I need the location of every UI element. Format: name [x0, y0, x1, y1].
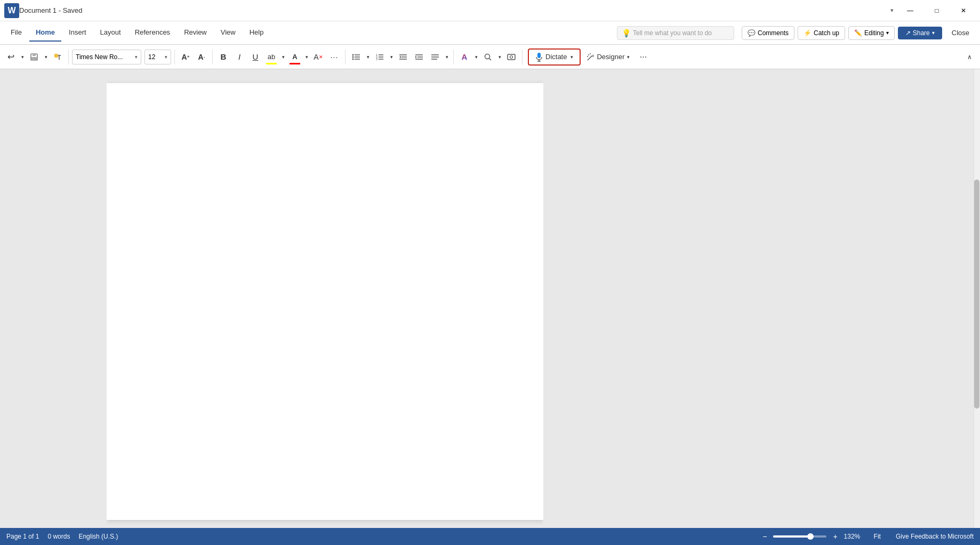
numbered-list-dropdown[interactable]: ▾: [388, 48, 395, 66]
text-effects-button[interactable]: A: [457, 48, 472, 66]
minimize-button[interactable]: —: [898, 2, 922, 19]
underline-button[interactable]: U: [248, 48, 263, 66]
svg-rect-1: [33, 54, 36, 56]
increase-indent-icon: [415, 53, 423, 61]
ribbon-close-button[interactable]: Close: [945, 26, 976, 39]
title-bar: W Document 1 - Saved ▾ — □ ✕: [0, 0, 980, 21]
zoom-slider-fill: [773, 535, 810, 538]
undo-button[interactable]: ↩: [3, 48, 18, 66]
svg-point-8: [352, 56, 354, 58]
more-formatting-button[interactable]: ···: [327, 48, 342, 66]
ribbon-tab-bar: File Home Insert Layout References Revie…: [0, 21, 980, 45]
paragraph-dropdown[interactable]: ▾: [444, 48, 450, 66]
tab-file[interactable]: File: [4, 24, 28, 42]
share-button[interactable]: ↗ Share ▾: [898, 27, 942, 39]
tab-review[interactable]: Review: [178, 24, 213, 42]
highlight-button[interactable]: ab: [264, 48, 279, 66]
save-icon: [30, 53, 38, 61]
shrink-font-button[interactable]: A-: [194, 48, 209, 66]
vertical-scrollbar[interactable]: [974, 69, 980, 528]
paragraph-alignment-button[interactable]: [428, 48, 443, 66]
separator-2: [174, 50, 175, 64]
microphone-icon: [535, 52, 543, 62]
find-icon: [484, 53, 492, 61]
zoom-level: 132%: [844, 533, 865, 540]
designer-label: Designer: [597, 53, 624, 61]
font-name-selector[interactable]: Times New Ro... ▾: [72, 50, 141, 64]
editing-button[interactable]: ✏️ Editing ▾: [848, 26, 895, 40]
left-margin: [0, 69, 107, 528]
zoom-slider[interactable]: [773, 535, 826, 538]
bullet-list-button[interactable]: [349, 48, 364, 66]
document-page[interactable]: [107, 83, 543, 520]
text-effects-dropdown[interactable]: ▾: [473, 48, 479, 66]
highlight-dropdown[interactable]: ▾: [280, 48, 286, 66]
font-name-dropdown-icon: ▾: [135, 54, 138, 60]
fit-button[interactable]: Fit: [874, 533, 881, 540]
tab-home[interactable]: Home: [29, 24, 61, 42]
tab-view[interactable]: View: [214, 24, 242, 42]
font-color-dropdown[interactable]: ▾: [303, 48, 310, 66]
font-size-selector[interactable]: 12 ▾: [144, 50, 171, 64]
font-color-button[interactable]: A: [287, 48, 302, 66]
tab-references[interactable]: References: [128, 24, 176, 42]
zoom-out-button[interactable]: −: [762, 532, 767, 541]
decrease-indent-button[interactable]: [396, 48, 411, 66]
window-close-button[interactable]: ✕: [951, 2, 976, 19]
undo-dropdown[interactable]: ▾: [19, 48, 26, 66]
dictate-button[interactable]: Dictate ▾: [528, 48, 581, 66]
word-count: 0 words: [47, 533, 70, 540]
svg-point-29: [485, 54, 490, 59]
separator-3: [212, 50, 213, 64]
tab-layout[interactable]: Layout: [94, 24, 127, 42]
ribbon-collapse-button[interactable]: ∧: [962, 48, 977, 66]
catchup-button[interactable]: ⚡ Catch up: [798, 26, 845, 40]
more-options-button[interactable]: ···: [636, 48, 651, 66]
zoom-in-button[interactable]: +: [833, 532, 837, 541]
ribbon-right-buttons: 💬 Comments ⚡ Catch up ✏️ Editing ▾ ↗ Sha…: [742, 26, 976, 40]
designer-button[interactable]: Designer ▾: [582, 50, 634, 63]
zoom-slider-thumb[interactable]: [807, 533, 814, 540]
bullet-list-dropdown[interactable]: ▾: [365, 48, 371, 66]
clear-formatting-button[interactable]: A✕: [311, 48, 326, 66]
maximize-button[interactable]: □: [925, 2, 949, 19]
right-margin: [543, 69, 980, 528]
find-dropdown[interactable]: ▾: [496, 48, 503, 66]
numbered-list-button[interactable]: 1. 2. 3.: [372, 48, 387, 66]
italic-button[interactable]: I: [232, 48, 247, 66]
format-painter-button[interactable]: [50, 48, 65, 66]
document-container: [107, 69, 543, 528]
find-button[interactable]: [480, 48, 495, 66]
feedback-link[interactable]: Give Feedback to Microsoft: [896, 533, 974, 540]
comments-label: Comments: [758, 29, 789, 37]
font-color-text: A: [292, 53, 297, 61]
font-name-value: Times New Ro...: [76, 53, 135, 61]
increase-indent-button[interactable]: [412, 48, 427, 66]
editing-label: Editing: [864, 29, 884, 37]
decrease-indent-icon: [399, 53, 407, 61]
separator-4: [345, 50, 346, 64]
save-dropdown[interactable]: ▾: [43, 48, 49, 66]
ribbon-search-box[interactable]: 💡 Tell me what you want to do: [617, 26, 734, 40]
bold-button[interactable]: B: [216, 48, 231, 66]
svg-point-6: [352, 54, 354, 55]
title-dropdown-icon[interactable]: ▾: [890, 7, 894, 14]
search-placeholder: Tell me what you want to do: [633, 29, 712, 37]
scrollbar-thumb[interactable]: [974, 180, 979, 409]
save-button[interactable]: [27, 48, 42, 66]
document-content[interactable]: [139, 104, 511, 499]
svg-point-32: [510, 55, 513, 58]
comments-button[interactable]: 💬 Comments: [742, 26, 794, 40]
svg-rect-3: [54, 54, 58, 58]
formatting-toolbar: ↩ ▾ ▾ Times New Ro... ▾ 12 ▾ A+ A- B I U: [0, 45, 980, 69]
svg-point-40: [587, 56, 588, 57]
font-color-bar: [290, 63, 300, 64]
tab-insert[interactable]: Insert: [62, 24, 93, 42]
screenshot-button[interactable]: [504, 48, 519, 66]
screenshot-icon: [507, 53, 516, 61]
designer-dropdown-icon: ▾: [627, 54, 630, 60]
grow-font-button[interactable]: A+: [178, 48, 193, 66]
tab-help[interactable]: Help: [243, 24, 270, 42]
separator-6: [522, 50, 523, 64]
window-controls: — □ ✕: [898, 2, 976, 19]
